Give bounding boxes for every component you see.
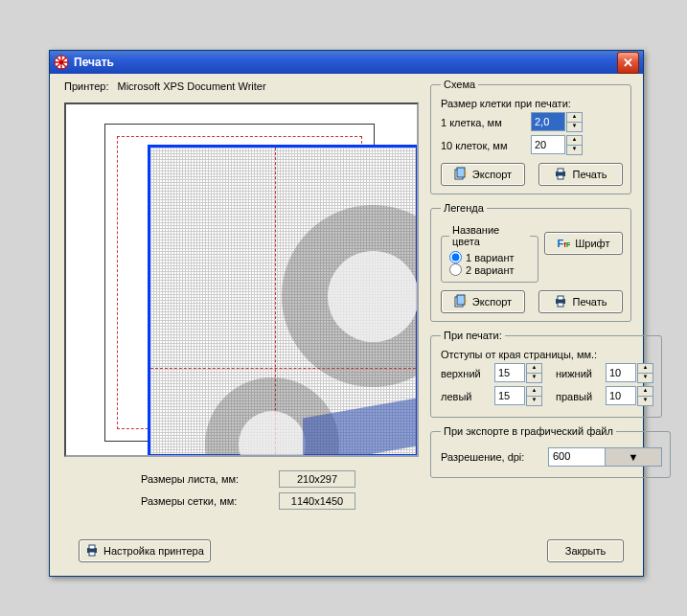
group-scheme-legend: Схема	[441, 79, 478, 90]
window-title: Печать	[74, 56, 617, 69]
preview-page-front	[148, 145, 419, 457]
spin-down-icon[interactable]: ▼	[526, 397, 542, 406]
spin-down-icon[interactable]: ▼	[566, 146, 583, 155]
font-button[interactable]: FfF Шрифт	[544, 232, 623, 255]
margin-right-label: правый	[556, 391, 600, 402]
spin-up-icon[interactable]: ▲	[566, 135, 583, 146]
one-cell-input[interactable]	[531, 112, 565, 131]
group-legend-legend: Легенда	[441, 202, 487, 214]
printer-label: Принтер:	[64, 80, 108, 92]
spin-up-icon[interactable]: ▲	[566, 112, 583, 123]
spin-down-icon[interactable]: ▼	[637, 374, 653, 383]
spin-down-icon[interactable]: ▼	[526, 374, 542, 383]
legend-export-button[interactable]: Экспорт	[441, 290, 525, 313]
dpi-label: Разрешение, dpi:	[441, 451, 542, 463]
margin-left-spinner[interactable]: ▲▼	[494, 386, 542, 406]
radio-variant-2[interactable]: 2 вариант	[449, 263, 530, 276]
grid-size-label: Размеры сетки, мм:	[141, 491, 265, 511]
spin-up-icon[interactable]: ▲	[526, 386, 542, 397]
spin-up-icon[interactable]: ▲	[526, 363, 542, 374]
svg-rect-10	[558, 303, 563, 307]
export-icon	[454, 294, 468, 309]
margin-bottom-label: нижний	[556, 368, 600, 379]
print-dialog: Печать ✕ Принтер: Microsoft XPS Document…	[49, 50, 644, 577]
cell-size-label: Размер клетки при печати:	[441, 98, 623, 109]
gear-icon	[282, 205, 419, 387]
spin-down-icon[interactable]: ▼	[566, 123, 583, 132]
svg-rect-5	[558, 175, 563, 179]
scheme-export-label: Экспорт	[472, 169, 512, 180]
svg-rect-2	[457, 168, 465, 177]
margin-right-spinner[interactable]: ▲▼	[606, 386, 653, 406]
svg-rect-13	[89, 552, 95, 556]
sheet-size-value: 210x297	[279, 470, 355, 488]
printer-icon	[85, 543, 99, 559]
svg-rect-7	[457, 295, 465, 305]
export-icon	[454, 167, 468, 182]
margin-bottom-spinner[interactable]: ▲▼	[606, 363, 653, 383]
spin-up-icon[interactable]: ▲	[637, 363, 653, 374]
spin-down-icon[interactable]: ▼	[637, 397, 653, 406]
print-preview	[64, 103, 419, 457]
svg-rect-12	[89, 545, 95, 549]
grid-size-value: 1140x1450	[279, 492, 355, 510]
group-export-legend: При экспорте в графический файл	[441, 425, 616, 437]
one-cell-label: 1 клетка, мм	[441, 117, 525, 128]
group-printing: При печати: Отступы от края страницы, мм…	[430, 330, 662, 418]
group-color-name: Название цвета 1 вариант 2 вариант	[441, 224, 538, 283]
close-button[interactable]: Закрыть	[547, 539, 624, 562]
font-label: Шрифт	[575, 238, 609, 249]
scheme-print-label: Печать	[572, 169, 607, 180]
group-legend: Легенда Название цвета 1 вариант 2 вариа…	[430, 202, 631, 322]
legend-print-label: Печать	[572, 296, 607, 308]
ten-cell-spinner[interactable]: ▲▼	[531, 135, 583, 155]
margin-left-label: левый	[441, 391, 489, 402]
ten-cell-label: 10 клеток, мм	[441, 140, 525, 151]
dpi-combobox[interactable]: 600 ▼	[548, 447, 662, 467]
group-scheme: Схема Размер клетки при печати: 1 клетка…	[430, 79, 631, 194]
svg-rect-4	[558, 169, 563, 172]
ten-cell-input[interactable]	[531, 135, 565, 154]
group-export: При экспорте в графический файл Разрешен…	[430, 425, 671, 478]
margin-top-label: верхний	[441, 368, 489, 379]
svg-rect-9	[558, 296, 563, 300]
legend-print-button[interactable]: Печать	[538, 290, 623, 313]
spin-up-icon[interactable]: ▲	[637, 386, 653, 397]
scheme-export-button[interactable]: Экспорт	[441, 163, 525, 186]
dpi-value: 600	[549, 448, 605, 466]
printer-icon	[554, 294, 567, 309]
printer-name: Microsoft XPS Document Writer	[118, 80, 266, 92]
margin-top-spinner[interactable]: ▲▼	[494, 363, 542, 383]
printer-setup-button[interactable]: Настройка принтера	[79, 539, 211, 562]
scheme-print-button[interactable]: Печать	[538, 163, 623, 186]
title-bar[interactable]: Печать ✕	[50, 51, 643, 74]
printer-setup-label: Настройка принтера	[103, 545, 204, 557]
printer-icon	[554, 167, 567, 182]
one-cell-spinner[interactable]: ▲▼	[531, 112, 583, 132]
font-icon: FfF	[558, 238, 571, 249]
group-printing-legend: При печати:	[441, 330, 505, 341]
app-icon	[54, 55, 69, 70]
margins-label: Отступы от края страницы, мм.:	[441, 349, 653, 360]
chevron-down-icon[interactable]: ▼	[605, 448, 661, 466]
legend-export-label: Экспорт	[472, 296, 512, 308]
window-close-button[interactable]: ✕	[617, 52, 639, 74]
sheet-size-label: Размеры листа, мм:	[141, 469, 265, 489]
group-color-name-legend: Название цвета	[449, 224, 530, 247]
close-label: Закрыть	[565, 545, 606, 557]
radio-variant-1[interactable]: 1 вариант	[449, 251, 530, 263]
